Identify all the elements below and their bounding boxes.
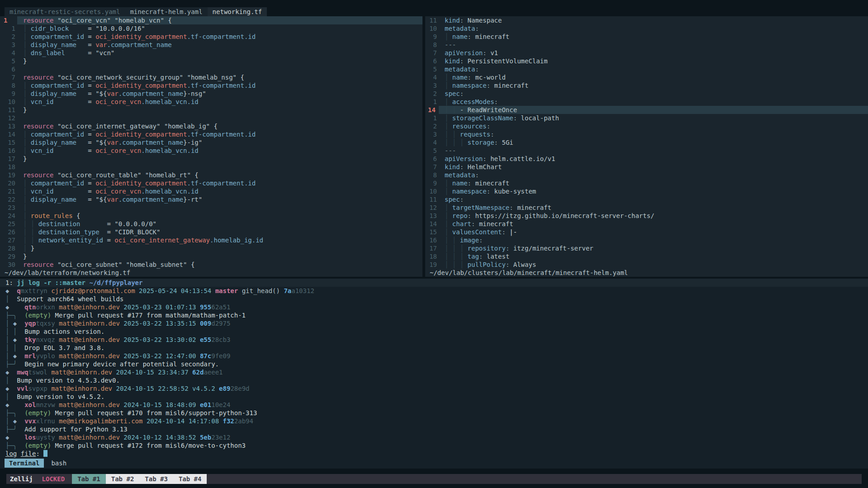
token: ├─╮ [5,442,17,449]
token: { [73,212,81,219]
code-text: apiVersion: helm.cattle.io/v1 [439,155,868,163]
left-editor-code[interactable]: 1resource "oci_core_vcn" "homelab_vcn" {… [0,16,422,269]
editor-area: 1resource "oci_core_vcn" "homelab_vcn" {… [0,16,868,277]
token: vvl [17,385,28,392]
token: 2024-10-15 23:34:37 [116,369,188,376]
token: destination [38,220,81,227]
token: = [53,98,95,105]
token: } [23,106,27,114]
code-line: 14│ chart: minecraft [425,220,868,228]
token: yvplo [36,352,55,360]
code-line: 3│ namespace: minecraft [425,81,868,90]
zellij-tab[interactable]: Tab #2 [106,474,140,484]
left-editor-pane[interactable]: 1resource "oci_core_vcn" "homelab_vcn" {… [0,16,422,277]
token: display_name [31,90,76,97]
token: : [483,49,490,57]
token: ├─╯ [5,360,17,368]
token: │ [23,49,31,57]
code-line: 16│ │ image: [425,236,868,244]
token: : [460,90,464,97]
token: destination_type [38,228,100,236]
line-number: 7 [425,163,439,171]
log-line: │ ◆ mrlyvplo matt@einhorn.dev 2025-03-22… [0,352,868,360]
line-number: 2 [425,122,439,130]
token: "${ [95,90,107,97]
token: minecraft [494,82,529,89]
log-line: │ Bump version to 4.5.3.dev0. [0,376,868,384]
token: }-nsg" [183,90,206,97]
token: 7a [284,287,291,294]
token: display_name [31,139,76,146]
line-number: 18 [425,252,439,261]
token: matt@einhorn.dev [51,369,112,376]
token: "${ [95,196,107,203]
code-line: 17│ │ │ repository: itzg/minecraft-serve… [425,244,868,252]
line-number: 1 [0,16,17,24]
editor-tab[interactable]: minecraft-restic-secrets.yaml [5,7,125,16]
token [238,287,242,294]
token: apiVersion [445,155,483,162]
terminal-tab-active[interactable]: Terminal [5,459,44,468]
token [53,261,57,268]
log-line: ◆ losuysty matt@einhorn.dev 2024-10-12 1… [0,433,868,441]
token: f32 [223,417,234,425]
code-text: │ name: mc-world [439,73,868,81]
token: "oci_core_route_table" [57,171,141,179]
token: Begin new primary device after potential… [17,360,219,368]
token: oci_identity_compartment [95,180,187,187]
terminal-pane[interactable]: 1: jj log -r ::master ~/d/ffpyplayer◆ qm… [0,279,868,458]
token: display_name [31,196,76,203]
line-number: 19 [425,261,439,269]
line-number: 13 [0,122,17,130]
code-text: --- [439,41,868,49]
right-editor-code[interactable]: 11kind: Namespace10metadata:9│ name: min… [425,16,868,269]
code-text: │ │ - ReadWriteOnce [439,106,868,114]
zellij-tab[interactable]: Tab #1 [72,474,106,484]
token: metadata [445,25,475,32]
zellij-tab[interactable]: Tab #3 [139,474,173,484]
token: .tf-compartment.id [187,180,256,187]
terminal-tab-bash[interactable]: bash [51,460,66,467]
log-line: ◆ qtnorkxn matt@einhorn.dev 2025-03-23 0… [0,303,868,311]
terminal-input-line[interactable]: log file: [0,450,868,458]
log-line: ├─╮ (empty) Merge pull request #177 from… [0,311,868,319]
code-line: 7apiVersion: v1 [425,49,868,57]
token [53,17,57,24]
token: .compartment_name [119,139,183,146]
code-line: 2│ compartment_id = oci_identity_compart… [0,33,422,41]
token: --- [445,41,456,48]
right-editor-pane[interactable]: 11kind: Namespace10metadata:9│ name: min… [425,16,868,277]
code-line: 9│ display_name = "${var.compartment_nam… [0,90,422,98]
token: = [76,196,95,203]
token: = [76,90,95,97]
code-line: 6kind: PersistentVolumeClaim [425,57,868,65]
token [17,442,24,449]
zellij-logo: Zellij [10,475,33,483]
token: resource [23,123,53,130]
line-number: 2 [0,33,17,41]
token: ~/d/ffpyplayer [89,279,142,286]
token: = [84,180,95,187]
token: resource [23,261,53,268]
token [17,352,24,360]
editor-tab[interactable]: minecraft-helm.yaml [125,7,207,16]
zellij-tab[interactable]: Tab #4 [173,474,207,484]
code-line: 28│ } [0,244,422,252]
token: --- [445,147,456,154]
code-line: 3│ display_name = var.compartment_name [0,41,422,49]
code-line: 8metadata: [425,171,868,179]
token: : [483,155,490,162]
token: │ [445,204,452,211]
token: 2ab94 [234,417,253,425]
code-line: 13│ repo: https://itzg.github.io/minecra… [425,212,868,220]
editor-tab[interactable]: networking.tf [208,7,267,16]
token: .tf-compartment.id [187,82,256,89]
code-line: 1│ cidr_block = "10.0.0.0/16" [0,24,422,33]
line-number: 9 [425,179,439,187]
token [17,320,24,327]
token: tqxsy [36,320,55,327]
token: tag [468,253,479,260]
token: Support aarch64 wheel builds [9,295,123,303]
token: resources [452,123,487,130]
token [196,434,200,441]
